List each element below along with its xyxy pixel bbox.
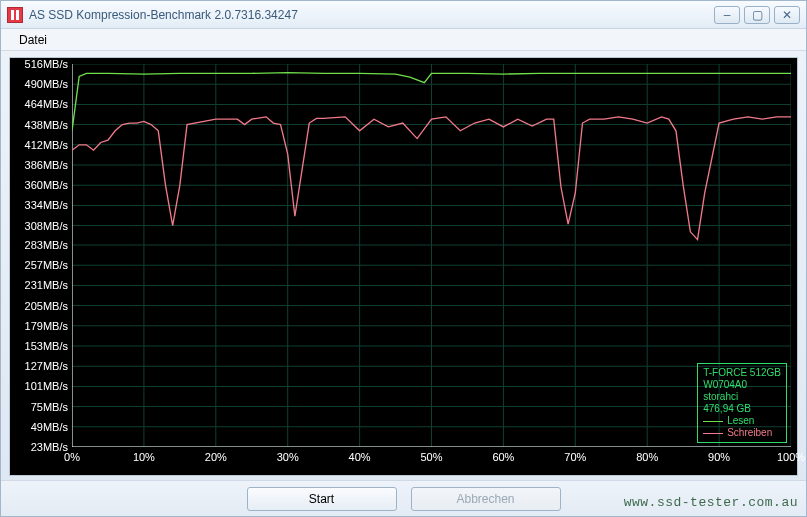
window-title: AS SSD Kompression-Benchmark 2.0.7316.34… bbox=[29, 8, 714, 22]
y-tick-label: 412MB/s bbox=[25, 139, 68, 151]
y-tick-label: 257MB/s bbox=[25, 259, 68, 271]
y-tick-label: 23MB/s bbox=[31, 441, 68, 453]
x-tick-label: 90% bbox=[708, 451, 730, 463]
y-tick-label: 386MB/s bbox=[25, 159, 68, 171]
x-tick-label: 30% bbox=[277, 451, 299, 463]
chart-area: 23MB/s49MB/s75MB/s101MB/s127MB/s153MB/s1… bbox=[9, 57, 798, 476]
x-tick-label: 0% bbox=[64, 451, 80, 463]
x-tick-label: 40% bbox=[349, 451, 371, 463]
maximize-button[interactable]: ▢ bbox=[744, 6, 770, 24]
legend-write-swatch bbox=[703, 433, 723, 434]
y-tick-label: 75MB/s bbox=[31, 401, 68, 413]
device-name: T-FORCE 512GB bbox=[703, 367, 781, 379]
x-tick-label: 80% bbox=[636, 451, 658, 463]
x-tick-label: 70% bbox=[564, 451, 586, 463]
y-tick-label: 127MB/s bbox=[25, 360, 68, 372]
bottombar: Start Abbrechen www.ssd-tester.com.au bbox=[1, 480, 806, 516]
legend-write: Schreiben bbox=[703, 427, 781, 439]
watermark-text: www.ssd-tester.com.au bbox=[624, 495, 798, 510]
x-tick-label: 60% bbox=[492, 451, 514, 463]
app-window: AS SSD Kompression-Benchmark 2.0.7316.34… bbox=[0, 0, 807, 517]
abort-button: Abbrechen bbox=[411, 487, 561, 511]
menu-file[interactable]: Datei bbox=[11, 31, 55, 49]
x-tick-label: 100% bbox=[777, 451, 805, 463]
start-button[interactable]: Start bbox=[247, 487, 397, 511]
legend-read-swatch bbox=[703, 421, 723, 422]
legend-write-label: Schreiben bbox=[727, 427, 772, 439]
y-tick-label: 308MB/s bbox=[25, 220, 68, 232]
titlebar: AS SSD Kompression-Benchmark 2.0.7316.34… bbox=[1, 1, 806, 29]
y-tick-label: 334MB/s bbox=[25, 199, 68, 211]
minimize-button[interactable]: – bbox=[714, 6, 740, 24]
y-tick-label: 153MB/s bbox=[25, 340, 68, 352]
legend-read: Lesen bbox=[703, 415, 781, 427]
y-tick-label: 205MB/s bbox=[25, 300, 68, 312]
plot-region bbox=[72, 64, 791, 447]
y-tick-label: 516MB/s bbox=[25, 58, 68, 70]
legend-read-label: Lesen bbox=[727, 415, 754, 427]
x-axis-labels: 0%10%20%30%40%50%60%70%80%90%100% bbox=[72, 451, 791, 471]
device-info-box: T-FORCE 512GB W0704A0 storahci 476,94 GB… bbox=[697, 363, 787, 443]
app-icon bbox=[7, 7, 23, 23]
y-tick-label: 179MB/s bbox=[25, 320, 68, 332]
device-driver: storahci bbox=[703, 391, 781, 403]
y-tick-label: 283MB/s bbox=[25, 239, 68, 251]
x-tick-label: 20% bbox=[205, 451, 227, 463]
close-button[interactable]: ✕ bbox=[774, 6, 800, 24]
y-tick-label: 49MB/s bbox=[31, 421, 68, 433]
x-tick-label: 10% bbox=[133, 451, 155, 463]
device-firmware: W0704A0 bbox=[703, 379, 781, 391]
x-tick-label: 50% bbox=[420, 451, 442, 463]
y-tick-label: 464MB/s bbox=[25, 98, 68, 110]
y-tick-label: 231MB/s bbox=[25, 279, 68, 291]
y-tick-label: 360MB/s bbox=[25, 179, 68, 191]
y-tick-label: 101MB/s bbox=[25, 380, 68, 392]
y-tick-label: 438MB/s bbox=[25, 119, 68, 131]
window-controls: – ▢ ✕ bbox=[714, 6, 800, 24]
menubar: Datei bbox=[1, 29, 806, 51]
y-axis-labels: 23MB/s49MB/s75MB/s101MB/s127MB/s153MB/s1… bbox=[10, 64, 70, 447]
y-tick-label: 490MB/s bbox=[25, 78, 68, 90]
device-capacity: 476,94 GB bbox=[703, 403, 781, 415]
